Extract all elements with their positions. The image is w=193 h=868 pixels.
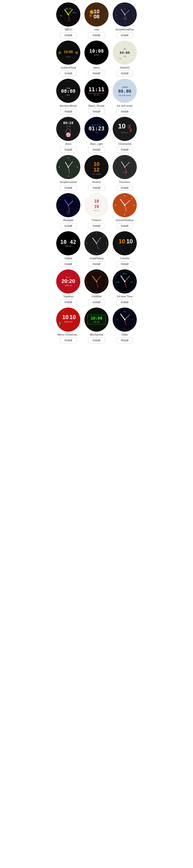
install-btn-aerobicsmusic[interactable]: Install bbox=[60, 108, 77, 115]
watch-face-precision: 14298 bbox=[112, 155, 137, 179]
svg-text:10: 10 bbox=[69, 314, 76, 320]
watch-label-black_simple: Black_Simple bbox=[89, 104, 105, 107]
svg-text:100.5: 100.5 bbox=[72, 12, 77, 13]
svg-text:FC 14298: FC 14298 bbox=[92, 173, 101, 175]
svg-text:MON 10: MON 10 bbox=[64, 320, 73, 323]
watch-face-black_simple: 11:11 Fri 21 bbox=[85, 79, 108, 103]
svg-point-14 bbox=[89, 14, 92, 17]
install-btn-aries[interactable]: Install bbox=[60, 147, 77, 153]
svg-text:FRI 11: FRI 11 bbox=[94, 210, 100, 212]
svg-point-161 bbox=[124, 319, 125, 320]
watch-label-precision: Precision bbox=[119, 181, 130, 183]
svg-text:11:11: 11:11 bbox=[89, 86, 104, 92]
svg-text:10:08: 10:08 bbox=[66, 56, 71, 58]
watch-face-bluelight bbox=[56, 193, 81, 217]
install-btn-bluelight[interactable]: Install bbox=[60, 223, 77, 229]
watch-face-grayplating bbox=[85, 231, 108, 255]
install-btn-restful[interactable]: Install bbox=[88, 185, 105, 191]
svg-text:Fri 21: Fri 21 bbox=[94, 94, 99, 96]
svg-text:FRI: FRI bbox=[123, 311, 126, 313]
watch-item-goldrat: GoldRatInstall bbox=[84, 269, 109, 305]
install-btn-sdots30[interactable]: Install bbox=[116, 70, 133, 76]
svg-text:10: 10 bbox=[118, 122, 125, 130]
install-btn-merrychristmas[interactable]: Install bbox=[60, 337, 77, 343]
svg-text:Mon: Mon bbox=[67, 94, 70, 96]
watch-label-mb12: MB12 bbox=[65, 28, 72, 31]
install-btn-precision[interactable]: Install bbox=[116, 185, 133, 191]
watch-item-mechanical: 10:08 15:16 MechanicalInstall bbox=[84, 308, 109, 343]
install-btn-grayplating[interactable]: Install bbox=[88, 261, 105, 267]
install-btn-ice_snow[interactable]: Install bbox=[116, 108, 133, 115]
watch-face-simplefashion bbox=[56, 155, 81, 179]
svg-text:6: 6 bbox=[124, 21, 125, 23]
svg-text:8: 8 bbox=[130, 128, 132, 133]
install-btn-colorful[interactable]: Install bbox=[116, 261, 133, 267]
svg-text:01:23: 01:23 bbox=[89, 126, 104, 131]
install-btn-mb12[interactable]: Install bbox=[60, 32, 77, 38]
svg-text:11/2: 11/2 bbox=[67, 125, 70, 127]
install-btn-blue_light[interactable]: Install bbox=[88, 147, 105, 153]
watch-item-colorful: 10 10 ColorfulInstall bbox=[112, 231, 137, 267]
svg-point-143 bbox=[124, 281, 125, 282]
svg-text:10: 10 bbox=[94, 198, 99, 204]
watch-label-simpleonblue: SimpleOneBlue bbox=[115, 28, 134, 31]
svg-text:04:06: 04:06 bbox=[120, 51, 130, 55]
install-btn-simpleonblue[interactable]: Install bbox=[116, 32, 133, 38]
watch-face-merrychristmas: * * 10 10 MON 10 🎄 bbox=[56, 308, 81, 332]
svg-text:10:08: 10:08 bbox=[64, 50, 73, 54]
install-btn-goldrat[interactable]: Install bbox=[88, 299, 105, 305]
watch-face-colorful: 10 10 bbox=[112, 231, 137, 255]
svg-text:Ice and snow: Ice and snow bbox=[118, 94, 131, 97]
install-btn-cola[interactable]: Install bbox=[88, 32, 105, 38]
watch-face-goldrat bbox=[85, 269, 108, 293]
watch-face-blue_light: SUN 13:14 01:23 PM bbox=[85, 117, 108, 141]
install-btn-simplefashion[interactable]: Install bbox=[60, 185, 77, 191]
svg-point-24 bbox=[124, 14, 125, 15]
watch-label-aries: Aries bbox=[65, 143, 71, 145]
svg-text:10: 10 bbox=[94, 161, 99, 167]
watch-item-24hour: FRI 6 14278 856 24-hour TimeInstall bbox=[112, 269, 137, 305]
watch-item-flowers: 10 10 FRI 11 FlowersInstall bbox=[84, 193, 109, 229]
install-btn-mechanical[interactable]: Install bbox=[88, 337, 105, 343]
svg-text:10: 10 bbox=[119, 238, 125, 245]
watch-label-digital: Digital bbox=[65, 257, 72, 260]
install-btn-flowers[interactable]: Install bbox=[88, 223, 105, 229]
svg-text:FRI 15: FRI 15 bbox=[65, 245, 72, 247]
install-btn-starry[interactable]: Install bbox=[88, 70, 105, 76]
install-btn-24hour[interactable]: Install bbox=[116, 299, 133, 305]
svg-text:08.08: 08.08 bbox=[118, 89, 131, 94]
watch-face-vitals: FRI 12 6 9 bbox=[112, 308, 137, 332]
watch-label-colorful: Colorful bbox=[120, 257, 129, 260]
watch-face-mechanical: 10:08 15:16 bbox=[85, 308, 108, 332]
watch-label-starry: starry bbox=[93, 66, 100, 69]
svg-text:FM: FM bbox=[60, 15, 62, 17]
install-btn-vitals[interactable]: Install bbox=[116, 337, 133, 343]
install-btn-together[interactable]: Install bbox=[60, 299, 77, 305]
svg-text:♥: ♥ bbox=[62, 96, 63, 98]
svg-text:-15°C: -15°C bbox=[123, 18, 127, 20]
watch-label-flowers: Flowers bbox=[92, 219, 101, 222]
watch-item-sdots30: 06 04:06 :34 P06 Sdots30Install bbox=[112, 40, 137, 76]
svg-point-107 bbox=[124, 205, 125, 206]
watch-item-ice_snow: 18888 08.08 Ice and snow Ice and snowIns… bbox=[112, 79, 137, 115]
watch-face-starry: 10:08 12/31 bbox=[85, 40, 108, 65]
install-btn-digital[interactable]: Install bbox=[60, 261, 77, 267]
watch-face-mb12: 10:52 FM 100.5 13 bbox=[56, 2, 81, 27]
svg-text:13: 13 bbox=[67, 20, 69, 22]
svg-point-8 bbox=[68, 14, 69, 15]
svg-text:10:52: 10:52 bbox=[65, 8, 72, 10]
watch-face-aerobicsmusic: 15/8 08:08 Mon ♥ bbox=[56, 79, 81, 103]
svg-text:12: 12 bbox=[116, 319, 118, 320]
install-btn-chineseink[interactable]: Install bbox=[116, 147, 133, 153]
install-btn-goldenfloral[interactable]: Install bbox=[60, 70, 77, 76]
svg-text:*: * bbox=[63, 311, 64, 313]
watch-face-chineseink: 10 3 8 MON 10 bbox=[112, 117, 137, 141]
watch-label-mechanical: Mechanical bbox=[90, 333, 103, 336]
install-btn-sunsetshadow[interactable]: Install bbox=[116, 223, 133, 229]
install-btn-black_simple[interactable]: Install bbox=[88, 108, 105, 115]
svg-text:08:08: 08:08 bbox=[61, 88, 75, 94]
watch-label-goldrat: GoldRat bbox=[92, 295, 101, 298]
watch-face-ice_snow: 18888 08.08 Ice and snow bbox=[112, 79, 137, 103]
svg-text:06: 06 bbox=[124, 48, 126, 50]
svg-text:FRI 14: FRI 14 bbox=[65, 284, 72, 287]
